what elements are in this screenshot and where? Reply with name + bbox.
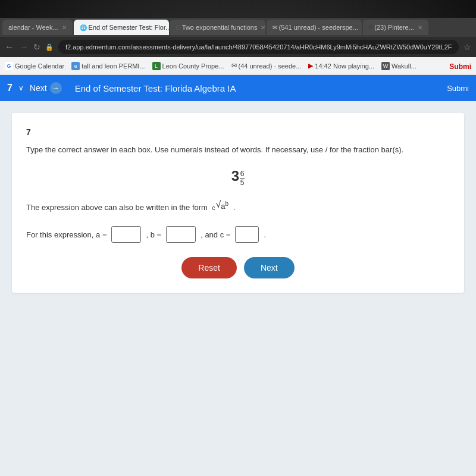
answer-b-label: , b =: [146, 230, 161, 239]
answer-suffix: .: [264, 230, 266, 239]
answer-a-label: For this expression, a =: [26, 230, 107, 239]
google-calendar-icon: G: [5, 62, 13, 70]
radical-exponent: b: [226, 201, 229, 207]
reload-icon[interactable]: ↻: [33, 42, 40, 52]
bookmark-wakulle[interactable]: W Wakull...: [381, 62, 416, 70]
form-text-after: .: [233, 203, 236, 212]
bookmark-now-playing[interactable]: ▶ 14:42 Now playing...: [308, 62, 374, 70]
play-icon: ▶: [308, 62, 313, 70]
next-button[interactable]: Next: [244, 257, 295, 278]
earth-icon: 🌐: [80, 24, 87, 31]
lock-icon: 🔒: [45, 43, 54, 51]
bookmark-google-calendar[interactable]: G Google Calendar: [5, 62, 64, 70]
edmentum-app-bar: 7 ∨ Next → End of Semester Test: Florida…: [0, 75, 476, 101]
exp-denominator: 5: [240, 178, 245, 187]
tab-two-exp-close[interactable]: ✕: [261, 24, 265, 31]
submit-button[interactable]: Submi: [447, 84, 469, 93]
wakulle-icon: W: [381, 62, 390, 70]
expression-base: 3: [231, 168, 239, 184]
tab-calendar-close[interactable]: ✕: [62, 24, 67, 31]
answer-b-input[interactable]: [166, 226, 196, 243]
email-icon: ✉: [273, 24, 277, 31]
radical-notation: c √ ab: [212, 196, 229, 214]
address-field[interactable]: [58, 40, 459, 54]
instructions-text: Type the correct answer in each box. Use…: [26, 144, 450, 156]
tab-end-of-semester[interactable]: 🌐 End of Semester Test: Flor... ✕: [74, 20, 169, 35]
address-bar: ← → ↻ 🔒 ☆: [0, 37, 476, 57]
bookmark-google-calendar-label: Google Calendar: [15, 62, 64, 70]
tab-bar: alendar - Week... ✕ 🌐 End of Semester Te…: [0, 18, 476, 37]
reset-button[interactable]: Reset: [181, 257, 237, 278]
answer-a-input[interactable]: [111, 226, 141, 243]
tab-two-exp[interactable]: D Two exponential functions ✕: [170, 20, 265, 35]
bookmark-now-playing-label: 14:42 Now playing...: [315, 62, 374, 70]
question-card: 7 Type the correct answer in each box. U…: [12, 113, 464, 293]
back-icon[interactable]: ←: [5, 42, 14, 52]
question-number-nav: 7: [7, 83, 12, 93]
forward-icon[interactable]: →: [19, 42, 29, 52]
answer-row: For this expression, a = , b = , and c =…: [26, 226, 450, 243]
next-nav-button[interactable]: Next →: [30, 82, 62, 94]
question-number-label: 7: [26, 127, 450, 137]
bookmark-leon-county[interactable]: L Leon County Prope...: [152, 62, 224, 70]
answer-c-input[interactable]: [235, 226, 259, 243]
test-title: End of Semester Test: Florida Algebra IA: [75, 83, 236, 93]
tab-email-label: (541 unread) - seederspe...: [279, 24, 358, 31]
chevron-down-icon[interactable]: ∨: [18, 84, 24, 92]
radical-index: c: [212, 203, 215, 214]
radical-symbol: √: [216, 196, 221, 214]
tab-calendar[interactable]: alendar - Week... ✕: [2, 20, 73, 35]
bookmark-tall-leon-label: tall and leon PERMI...: [82, 62, 145, 70]
bookmark-tall-leon[interactable]: e tall and leon PERMI...: [71, 62, 145, 70]
expression-display: 3 6 5: [26, 168, 450, 187]
main-content: 7 Type the correct answer in each box. U…: [0, 101, 476, 476]
form-expression-text: The expression above can also be written…: [26, 196, 450, 214]
next-arrow-icon: →: [50, 82, 62, 94]
bookmark-wakulle-label: Wakull...: [392, 62, 416, 70]
bookmark-leon-county-label: Leon County Prope...: [162, 62, 224, 70]
tab-pinterest-close[interactable]: ✕: [418, 24, 422, 31]
bookmark-email-label: (44 unread) - seede...: [239, 62, 302, 70]
form-text-before: The expression above can also be written…: [26, 203, 208, 212]
tab-two-exp-label: Two exponential functions: [182, 24, 258, 31]
bookmark-star-icon[interactable]: ☆: [464, 42, 471, 52]
next-nav-label: Next: [30, 83, 47, 93]
answer-c-label: , and c =: [201, 230, 230, 239]
submit-label: Submi: [449, 62, 471, 71]
tab-calendar-label: alendar - Week...: [8, 24, 58, 31]
expression-fraction-exp: 6 5: [240, 170, 245, 187]
leon-county-icon: L: [152, 62, 161, 70]
doc-icon: D: [176, 24, 180, 31]
radical-radicand: ab: [221, 199, 228, 214]
tab-pinterest-label: (23) Pintere...: [374, 24, 414, 31]
button-row: Reset Next: [26, 257, 450, 278]
edmentum-icon: e: [71, 62, 80, 70]
mail-icon: ✉: [231, 62, 237, 70]
bookmark-email[interactable]: ✉ (44 unread) - seede...: [231, 62, 302, 70]
submit-nav: Submi: [449, 61, 471, 71]
tab-email[interactable]: ✉ (541 unread) - seederspe... ✕: [267, 20, 362, 35]
pinterest-icon: P: [369, 24, 373, 31]
tab-pinterest[interactable]: P (23) Pintere... ✕: [363, 20, 428, 35]
exp-numerator: 6: [240, 170, 245, 178]
bookmarks-bar: G Google Calendar e tall and leon PERMI.…: [0, 57, 476, 75]
tab-end-of-semester-label: End of Semester Test: Flor...: [89, 24, 169, 31]
